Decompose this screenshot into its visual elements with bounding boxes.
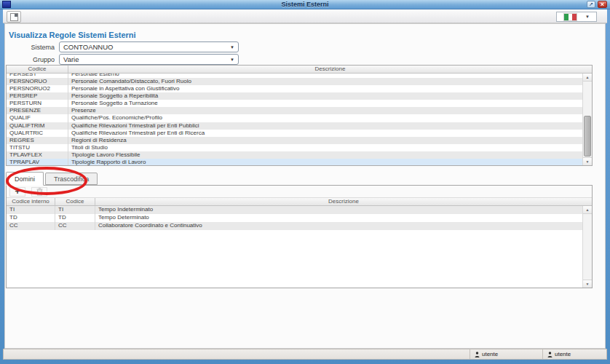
window-title: Sistemi Esterni [0, 1, 610, 8]
domini-table-scrollbar[interactable]: ▲ ▼ [582, 206, 592, 288]
chevron-down-icon: ▼ [230, 58, 234, 62]
cell-codice: QUALIFTRIM [7, 122, 68, 130]
page-title: Visualizza Regole Sistemi Esterni [9, 31, 136, 39]
column-header-descrizione: Descrizione [68, 66, 592, 73]
user-icon [475, 352, 480, 357]
gruppo-dropdown[interactable]: Varie ▼ [59, 54, 239, 65]
rules-table-header: Codice Descrizione [7, 66, 592, 74]
cell-descrizione: Tempo Determinato [95, 214, 582, 222]
app-window: Sistemi Esterni ↗ × ▼ Visualizza Regole … [0, 0, 610, 364]
sistema-label: Sistema [5, 44, 55, 51]
trash-icon [36, 188, 43, 196]
sistema-row: Sistema CONTOANNUO ▼ [5, 41, 239, 52]
column-header-codice: Codice [7, 66, 68, 73]
cell-descrizione: Personale Soggetto a Reperibilità [68, 92, 582, 100]
column-header-descrizione: Descrizione [95, 198, 592, 205]
user-label: utente [482, 351, 498, 357]
scroll-down-icon[interactable]: ▼ [583, 280, 592, 288]
scroll-down-icon[interactable]: ▼ [583, 157, 592, 165]
cell-descrizione: Qualifiche Rilevazioni Trimestrali per E… [68, 122, 582, 130]
save-icon [10, 13, 18, 21]
rules-row-qualrtric[interactable]: QUALRTRICQualifiche Rilevazioni Trimestr… [7, 130, 582, 137]
cell-descrizione: Personale Soggetto a Turnazione [68, 100, 582, 107]
content-panel: Visualizza Regole Sistemi Esterni Sistem… [4, 23, 606, 349]
tab-domini[interactable]: Domini [6, 172, 44, 186]
sistema-value: CONTOANNUO [63, 43, 230, 51]
language-selector[interactable]: ▼ [556, 12, 597, 22]
rules-row-persturn[interactable]: PERSTURNPersonale Soggetto a Turnazione [7, 100, 582, 107]
title-bar: Sistemi Esterni ↗ × [0, 0, 610, 9]
status-bar: utente utente [3, 349, 607, 360]
tab-trascodifica[interactable]: Trascodifica [45, 173, 98, 185]
delete-row-button[interactable] [31, 187, 47, 197]
close-icon[interactable]: × [598, 1, 607, 8]
cell-codice: PRESENZE [7, 107, 68, 114]
cell-codice: TD [55, 214, 95, 222]
cell-descrizione: Tempo Indeterminato [95, 206, 582, 214]
cell-codice: REGRES [7, 137, 68, 144]
cell-codice: QUALIF [7, 114, 68, 122]
cell-codice: TPLAVFLEX [7, 151, 68, 159]
gruppo-label: Gruppo [5, 56, 55, 63]
rules-row-tpraplav[interactable]: TPRAPLAVTipologie Rapporto di Lavoro [7, 159, 582, 165]
italian-flag-icon [563, 13, 577, 21]
chevron-down-icon: ▼ [230, 45, 234, 50]
scrollbar-thumb[interactable] [584, 116, 591, 157]
rules-row-tplavflex[interactable]: TPLAVFLEXTipologie Lavoro Flessibile [7, 151, 582, 159]
domini-table-body: TITITempo IndeterminatoTDTDTempo Determi… [7, 206, 582, 288]
domini-row-ti[interactable]: TITITempo Indeterminato [7, 206, 582, 214]
cell-codice-interno: CC [7, 222, 55, 230]
cell-codice: TPRAPLAV [7, 159, 68, 165]
domini-row-cc[interactable]: CCCCCollaboratore Coordinato e Continuat… [7, 222, 582, 230]
tab-strip: Domini Trascodifica [6, 172, 99, 185]
rules-row-persnoruo[interactable]: PERSNORUOPersonale Comandato/Distaccato,… [7, 78, 582, 85]
save-button[interactable] [7, 11, 21, 23]
rules-row-qualiftrim[interactable]: QUALIFTRIMQualifiche Rilevazioni Trimest… [7, 122, 582, 130]
cell-descrizione: Presenze [68, 107, 582, 114]
cell-codice-interno: TI [7, 206, 55, 214]
chevron-down-icon: ▼ [585, 15, 590, 19]
cell-codice: TI [55, 206, 95, 214]
column-header-codice: Codice [55, 198, 95, 205]
status-user-right: utente [542, 349, 608, 359]
cell-codice: PERSREP [7, 92, 68, 100]
cell-codice-interno: TD [7, 214, 55, 222]
domini-panel: + Codice interno Codice Descrizio [6, 185, 593, 288]
cell-descrizione: Titoli di Studio [68, 144, 582, 151]
rules-row-persnoruo2[interactable]: PERSNORUO2Personale in Aspettativa con G… [7, 85, 582, 92]
sistema-dropdown[interactable]: CONTOANNUO ▼ [59, 41, 239, 52]
cell-descrizione: Collaboratore Coordinato e Continuativo [95, 222, 582, 230]
rules-row-regres[interactable]: REGRESRegioni di Residenza [7, 137, 582, 144]
domini-toolbar: + [7, 186, 592, 198]
cell-descrizione: Personale in Aspettativa con Giustificat… [68, 85, 582, 92]
cell-codice: QUALRTRIC [7, 130, 68, 137]
rules-table-body: PERSEST Personale Esterno PERSNORUOPerso… [7, 74, 582, 165]
column-header-codice-interno: Codice interno [7, 198, 55, 205]
cell-codice: PERSNORUO2 [7, 85, 68, 92]
rules-row-qualif[interactable]: QUALIFQualifiche/Pos. Economiche/Profilo [7, 114, 582, 122]
cell-descrizione: Regioni di Residenza [68, 137, 582, 144]
cell-descrizione: Tipologie Rapporto di Lavoro [68, 159, 582, 165]
gruppo-value: Varie [63, 55, 230, 63]
domini-table-header: Codice interno Codice Descrizione [7, 198, 592, 206]
status-user-left: utente [470, 349, 542, 359]
scroll-up-icon[interactable]: ▲ [583, 74, 592, 82]
domini-row-td[interactable]: TDTDTempo Determinato [7, 214, 582, 222]
user-label: utente [555, 351, 571, 357]
add-row-button[interactable]: + [9, 187, 25, 197]
domini-table: Codice interno Codice Descrizione TITITe… [7, 198, 592, 288]
rules-row-titstu[interactable]: TITSTUTitoli di Studio [7, 144, 582, 151]
popout-icon[interactable]: ↗ [587, 1, 595, 8]
user-icon [547, 352, 552, 357]
cell-codice: PERSNORUO [7, 78, 68, 85]
cell-descrizione: Qualifiche Rilevazioni Trimestrali per E… [68, 130, 582, 137]
cell-codice: TITSTU [7, 144, 68, 151]
cell-codice: CC [55, 222, 95, 230]
plus-icon: + [15, 188, 20, 195]
rules-row-presenze[interactable]: PRESENZEPresenze [7, 107, 582, 114]
rules-table-scrollbar[interactable]: ▲ ▼ [582, 74, 592, 165]
cell-descrizione: Tipologie Lavoro Flessibile [68, 151, 582, 159]
rules-row-persrep[interactable]: PERSREPPersonale Soggetto a Reperibilità [7, 92, 582, 100]
scroll-up-icon[interactable]: ▲ [583, 206, 592, 214]
cell-descrizione: Qualifiche/Pos. Economiche/Profilo [68, 114, 582, 122]
